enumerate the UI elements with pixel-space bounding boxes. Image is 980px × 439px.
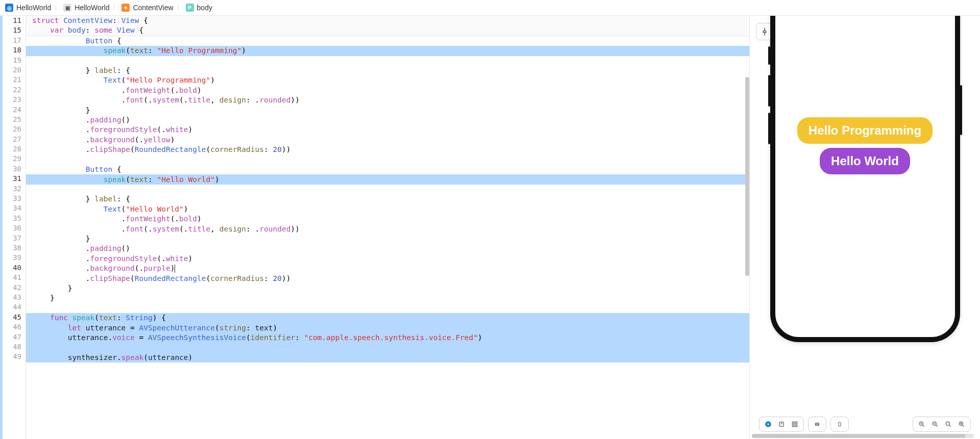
breadcrumb-item[interactable]: ContentView — [133, 4, 173, 12]
zoom-actual-button[interactable] — [942, 418, 955, 430]
line-number: 21 — [3, 75, 21, 85]
breadcrumb-item[interactable]: HelloWorld — [75, 4, 109, 12]
line-number: 33 — [3, 194, 21, 203]
line-number: 29 — [3, 154, 21, 164]
svg-rect-3 — [792, 422, 794, 424]
preview-button-purple[interactable]: Hello World — [820, 148, 910, 174]
line-number: 23 — [3, 95, 21, 105]
device-frame: Hello Programming Hello World — [770, 16, 960, 342]
svg-point-13 — [946, 422, 949, 425]
zoom-out-full-button[interactable] — [915, 418, 928, 430]
line-number: 24 — [3, 105, 21, 115]
horizontal-scrollbar[interactable] — [752, 434, 974, 438]
line-number: 26 — [3, 124, 21, 134]
line-number: 22 — [3, 85, 21, 95]
swift-file-icon: ✦ — [121, 4, 130, 12]
line-number: 44 — [3, 302, 21, 312]
breadcrumb-item[interactable]: HelloWorld — [16, 4, 51, 12]
line-number: 27 — [3, 135, 21, 144]
line-number: 42 — [3, 283, 21, 293]
line-number: 38 — [3, 243, 21, 253]
app-icon: ◎ — [5, 4, 13, 12]
line-number: 41 — [3, 273, 21, 282]
line-number: 31 — [3, 174, 21, 184]
svg-rect-10 — [839, 422, 841, 426]
preview-button-yellow[interactable]: Hello Programming — [797, 117, 933, 144]
line-number: 25 — [3, 115, 21, 124]
line-number: 39 — [3, 253, 21, 263]
line-number: 11 — [3, 16, 21, 25]
line-number: 43 — [3, 293, 21, 302]
svg-point-9 — [818, 424, 818, 424]
variants-button[interactable] — [788, 418, 801, 430]
breadcrumb-item[interactable]: body — [197, 4, 212, 12]
line-number: 40 — [3, 263, 21, 273]
line-number: 30 — [3, 164, 21, 174]
svg-rect-2 — [779, 422, 783, 426]
device-settings-button[interactable] — [811, 418, 824, 430]
svg-rect-6 — [795, 425, 797, 427]
line-number: 15 — [3, 25, 21, 35]
line-number: 28 — [3, 144, 21, 154]
line-number: 20 — [3, 65, 21, 75]
line-number: 48 — [3, 342, 21, 352]
svg-point-8 — [816, 424, 817, 424]
preview-toolbar — [759, 417, 971, 432]
zoom-out-button[interactable] — [928, 418, 942, 430]
chevron-right-icon: 〉 — [54, 4, 60, 12]
vertical-scrollbar[interactable] — [745, 77, 749, 276]
chevron-right-icon: 〉 — [177, 4, 183, 12]
zoom-in-button[interactable] — [955, 418, 968, 430]
line-number: 45 — [3, 313, 21, 322]
svg-rect-5 — [792, 425, 794, 427]
line-number: 36 — [3, 223, 21, 233]
chevron-right-icon: 〉 — [112, 4, 118, 12]
line-number: 32 — [3, 184, 21, 194]
line-number: 46 — [3, 322, 21, 332]
svg-rect-4 — [795, 422, 797, 424]
line-number: 49 — [3, 352, 21, 361]
play-button[interactable] — [762, 418, 775, 430]
line-number-gutter: 11 15 17 18 19 20 21 22 23 24 25 26 27 2… — [3, 16, 26, 439]
line-number: 47 — [3, 332, 21, 342]
line-number: 37 — [3, 234, 21, 243]
property-icon: P — [186, 4, 194, 12]
line-number: 18 — [3, 45, 21, 55]
selectable-button[interactable] — [775, 418, 788, 430]
sticky-header: struct ContentView: View { var body: som… — [26, 16, 749, 36]
line-number: 34 — [3, 203, 21, 213]
line-number: 35 — [3, 214, 21, 223]
line-number: 17 — [3, 36, 21, 45]
orientation-button[interactable] — [833, 418, 846, 430]
preview-canvas: Preview (Line 53) Hello Programming Hell… — [749, 16, 980, 439]
preview-content[interactable]: Hello Programming Hello World — [775, 16, 955, 337]
source-editor[interactable]: struct ContentView: View { var body: som… — [26, 16, 749, 439]
folder-icon: ▣ — [63, 4, 71, 12]
line-number: 19 — [3, 56, 21, 65]
breadcrumb: ◎ HelloWorld 〉 ▣ HelloWorld 〉 ✦ ContentV… — [0, 0, 980, 16]
